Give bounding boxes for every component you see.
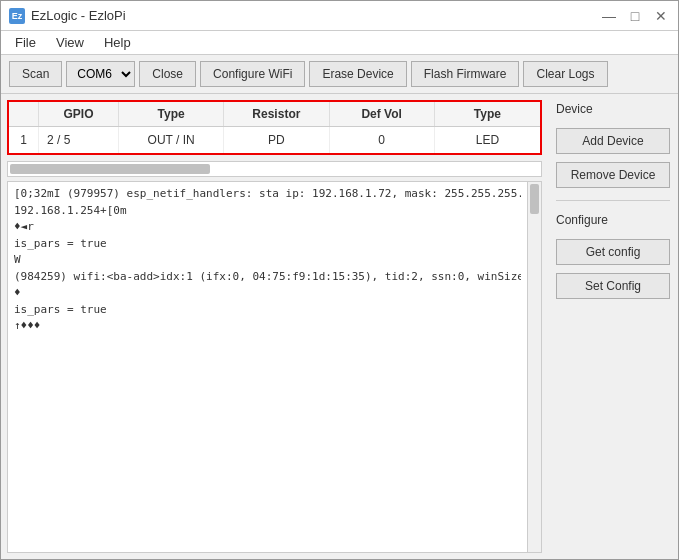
right-panel: Device Add Device Remove Device Configur… xyxy=(548,94,678,559)
log-line: [0;32mI (979957) esp_netif_handlers: sta… xyxy=(14,186,521,203)
section-divider xyxy=(556,200,670,201)
row-def-vol: 0 xyxy=(330,127,435,153)
log-line: is_pars = true xyxy=(14,236,521,253)
clear-logs-button[interactable]: Clear Logs xyxy=(523,61,607,87)
configure-section-label: Configure xyxy=(556,213,670,227)
minimize-button[interactable]: — xyxy=(600,7,618,25)
log-line: W xyxy=(14,252,521,269)
flash-firmware-button[interactable]: Flash Firmware xyxy=(411,61,520,87)
menu-file[interactable]: File xyxy=(5,33,46,52)
vertical-scrollbar[interactable] xyxy=(527,182,541,552)
main-content: GPIO Type Resistor Def Vol Type 1 2 / 5 … xyxy=(1,94,678,559)
left-panel: GPIO Type Resistor Def Vol Type 1 2 / 5 … xyxy=(1,94,548,559)
remove-device-button[interactable]: Remove Device xyxy=(556,162,670,188)
maximize-button[interactable]: □ xyxy=(626,7,644,25)
toolbar: Scan COM6 Close Configure WiFi Erase Dev… xyxy=(1,55,678,94)
configure-wifi-button[interactable]: Configure WiFi xyxy=(200,61,305,87)
menu-view[interactable]: View xyxy=(46,33,94,52)
col-def-vol: Def Vol xyxy=(330,102,435,126)
menu-bar: File View Help xyxy=(1,31,678,55)
log-line: (984259) wifi:<ba-add>idx:1 (ifx:0, 04:7… xyxy=(14,269,521,286)
row-gpio: 2 / 5 xyxy=(39,127,119,153)
log-area: [0;32mI (979957) esp_netif_handlers: sta… xyxy=(7,181,542,553)
close-button[interactable]: Close xyxy=(139,61,196,87)
get-config-button[interactable]: Get config xyxy=(556,239,670,265)
h-scrollbar-thumb xyxy=(10,164,210,174)
v-scrollbar-thumb xyxy=(530,184,539,214)
app-icon: Ez xyxy=(9,8,25,24)
col-index xyxy=(9,102,39,126)
col-type2: Type xyxy=(435,102,540,126)
table-header: GPIO Type Resistor Def Vol Type xyxy=(9,102,540,127)
gpio-table: GPIO Type Resistor Def Vol Type 1 2 / 5 … xyxy=(7,100,542,155)
log-content: [0;32mI (979957) esp_netif_handlers: sta… xyxy=(14,186,535,548)
col-gpio: GPIO xyxy=(39,102,119,126)
log-line: 192.168.1.254+[0m xyxy=(14,203,521,220)
device-section-label: Device xyxy=(556,102,670,116)
close-window-button[interactable]: ✕ xyxy=(652,7,670,25)
window-controls: — □ ✕ xyxy=(600,7,670,25)
add-device-button[interactable]: Add Device xyxy=(556,128,670,154)
log-line: ♦ xyxy=(14,285,521,302)
window-title: EzLogic - EzloPi xyxy=(31,8,126,23)
set-config-button[interactable]: Set Config xyxy=(556,273,670,299)
row-resistor: PD xyxy=(224,127,329,153)
log-line: ↑♦♦♦ xyxy=(14,318,521,335)
main-window: Ez EzLogic - EzloPi — □ ✕ File View Help… xyxy=(0,0,679,560)
row-type: OUT / IN xyxy=(119,127,224,153)
row-index: 1 xyxy=(9,127,39,153)
log-line: ♦◄r xyxy=(14,219,521,236)
title-bar-left: Ez EzLogic - EzloPi xyxy=(9,8,126,24)
title-bar: Ez EzLogic - EzloPi — □ ✕ xyxy=(1,1,678,31)
row-type2: LED xyxy=(435,127,540,153)
table-row: 1 2 / 5 OUT / IN PD 0 LED xyxy=(9,127,540,153)
horizontal-scrollbar[interactable] xyxy=(7,161,542,177)
menu-help[interactable]: Help xyxy=(94,33,141,52)
com-port-select[interactable]: COM6 xyxy=(66,61,135,87)
erase-device-button[interactable]: Erase Device xyxy=(309,61,406,87)
log-line: is_pars = true xyxy=(14,302,521,319)
scan-button[interactable]: Scan xyxy=(9,61,62,87)
col-type: Type xyxy=(119,102,224,126)
col-resistor: Resistor xyxy=(224,102,329,126)
